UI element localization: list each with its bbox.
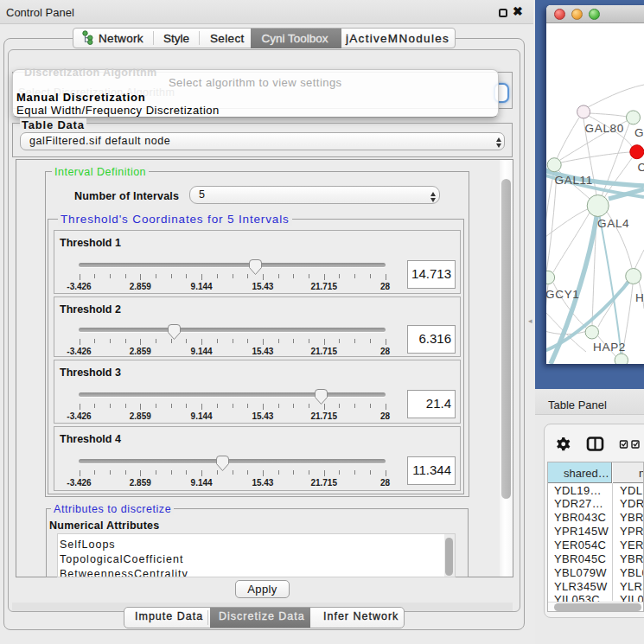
svg-text:GA: GA — [634, 126, 644, 139]
svg-text:C: C — [638, 161, 644, 174]
svg-text:GAL4: GAL4 — [597, 217, 629, 230]
svg-text:GAL11: GAL11 — [555, 174, 594, 187]
svg-text:GCY1: GCY1 — [546, 288, 580, 301]
svg-text:GAL80: GAL80 — [585, 122, 625, 135]
svg-text:H: H — [635, 291, 644, 304]
svg-text:HAP2: HAP2 — [593, 341, 626, 354]
